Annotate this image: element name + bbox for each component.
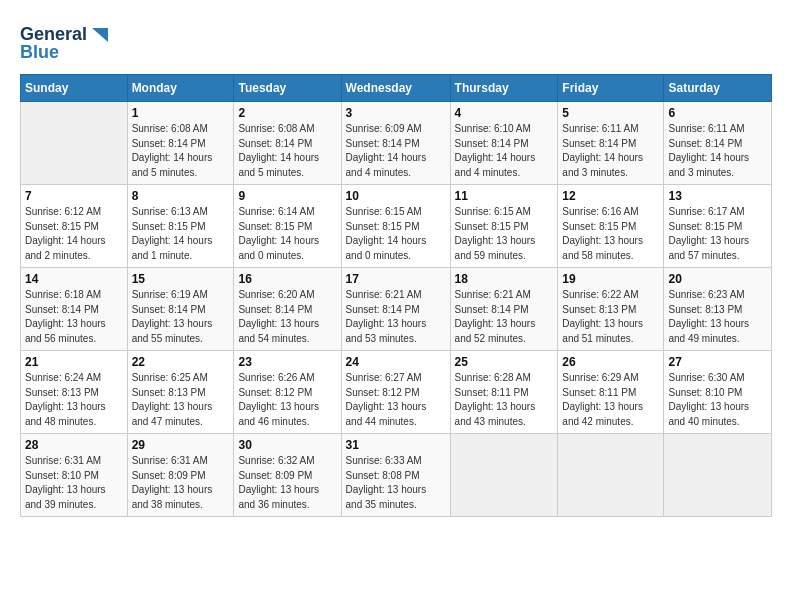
day-info: Sunrise: 6:08 AMSunset: 8:14 PMDaylight:… (132, 122, 230, 180)
svg-text:General: General (20, 24, 87, 44)
day-info: Sunrise: 6:15 AMSunset: 8:15 PMDaylight:… (346, 205, 446, 263)
day-number: 30 (238, 438, 336, 452)
day-cell: 12Sunrise: 6:16 AMSunset: 8:15 PMDayligh… (558, 185, 664, 268)
column-header-thursday: Thursday (450, 75, 558, 102)
svg-text:Blue: Blue (20, 42, 59, 62)
day-number: 23 (238, 355, 336, 369)
day-number: 24 (346, 355, 446, 369)
day-number: 9 (238, 189, 336, 203)
day-info: Sunrise: 6:12 AMSunset: 8:15 PMDaylight:… (25, 205, 123, 263)
day-info: Sunrise: 6:20 AMSunset: 8:14 PMDaylight:… (238, 288, 336, 346)
day-info: Sunrise: 6:10 AMSunset: 8:14 PMDaylight:… (455, 122, 554, 180)
day-number: 19 (562, 272, 659, 286)
day-info: Sunrise: 6:21 AMSunset: 8:14 PMDaylight:… (346, 288, 446, 346)
day-cell: 22Sunrise: 6:25 AMSunset: 8:13 PMDayligh… (127, 351, 234, 434)
day-info: Sunrise: 6:22 AMSunset: 8:13 PMDaylight:… (562, 288, 659, 346)
day-cell: 9Sunrise: 6:14 AMSunset: 8:15 PMDaylight… (234, 185, 341, 268)
column-header-wednesday: Wednesday (341, 75, 450, 102)
day-info: Sunrise: 6:23 AMSunset: 8:13 PMDaylight:… (668, 288, 767, 346)
day-info: Sunrise: 6:33 AMSunset: 8:08 PMDaylight:… (346, 454, 446, 512)
day-number: 11 (455, 189, 554, 203)
page-header: General Blue (20, 20, 772, 64)
day-cell (450, 434, 558, 517)
day-info: Sunrise: 6:08 AMSunset: 8:14 PMDaylight:… (238, 122, 336, 180)
day-cell: 27Sunrise: 6:30 AMSunset: 8:10 PMDayligh… (664, 351, 772, 434)
column-header-monday: Monday (127, 75, 234, 102)
day-cell: 5Sunrise: 6:11 AMSunset: 8:14 PMDaylight… (558, 102, 664, 185)
day-number: 14 (25, 272, 123, 286)
day-cell: 16Sunrise: 6:20 AMSunset: 8:14 PMDayligh… (234, 268, 341, 351)
day-cell (21, 102, 128, 185)
day-cell: 3Sunrise: 6:09 AMSunset: 8:14 PMDaylight… (341, 102, 450, 185)
logo-svg: General Blue (20, 20, 110, 64)
day-info: Sunrise: 6:15 AMSunset: 8:15 PMDaylight:… (455, 205, 554, 263)
day-cell: 24Sunrise: 6:27 AMSunset: 8:12 PMDayligh… (341, 351, 450, 434)
day-cell: 29Sunrise: 6:31 AMSunset: 8:09 PMDayligh… (127, 434, 234, 517)
day-info: Sunrise: 6:17 AMSunset: 8:15 PMDaylight:… (668, 205, 767, 263)
day-cell (558, 434, 664, 517)
day-cell: 23Sunrise: 6:26 AMSunset: 8:12 PMDayligh… (234, 351, 341, 434)
day-number: 8 (132, 189, 230, 203)
day-cell (664, 434, 772, 517)
week-row-3: 14Sunrise: 6:18 AMSunset: 8:14 PMDayligh… (21, 268, 772, 351)
day-number: 22 (132, 355, 230, 369)
day-cell: 28Sunrise: 6:31 AMSunset: 8:10 PMDayligh… (21, 434, 128, 517)
day-info: Sunrise: 6:09 AMSunset: 8:14 PMDaylight:… (346, 122, 446, 180)
day-number: 31 (346, 438, 446, 452)
day-info: Sunrise: 6:13 AMSunset: 8:15 PMDaylight:… (132, 205, 230, 263)
day-number: 1 (132, 106, 230, 120)
day-info: Sunrise: 6:11 AMSunset: 8:14 PMDaylight:… (668, 122, 767, 180)
logo: General Blue (20, 20, 110, 64)
day-number: 15 (132, 272, 230, 286)
day-number: 25 (455, 355, 554, 369)
day-cell: 14Sunrise: 6:18 AMSunset: 8:14 PMDayligh… (21, 268, 128, 351)
calendar-header-row: SundayMondayTuesdayWednesdayThursdayFrid… (21, 75, 772, 102)
day-info: Sunrise: 6:26 AMSunset: 8:12 PMDaylight:… (238, 371, 336, 429)
day-cell: 13Sunrise: 6:17 AMSunset: 8:15 PMDayligh… (664, 185, 772, 268)
day-info: Sunrise: 6:21 AMSunset: 8:14 PMDaylight:… (455, 288, 554, 346)
day-cell: 1Sunrise: 6:08 AMSunset: 8:14 PMDaylight… (127, 102, 234, 185)
calendar-table: SundayMondayTuesdayWednesdayThursdayFrid… (20, 74, 772, 517)
day-number: 6 (668, 106, 767, 120)
day-info: Sunrise: 6:28 AMSunset: 8:11 PMDaylight:… (455, 371, 554, 429)
day-number: 28 (25, 438, 123, 452)
day-cell: 4Sunrise: 6:10 AMSunset: 8:14 PMDaylight… (450, 102, 558, 185)
day-info: Sunrise: 6:18 AMSunset: 8:14 PMDaylight:… (25, 288, 123, 346)
day-info: Sunrise: 6:31 AMSunset: 8:10 PMDaylight:… (25, 454, 123, 512)
day-cell: 7Sunrise: 6:12 AMSunset: 8:15 PMDaylight… (21, 185, 128, 268)
day-info: Sunrise: 6:19 AMSunset: 8:14 PMDaylight:… (132, 288, 230, 346)
day-number: 21 (25, 355, 123, 369)
day-cell: 8Sunrise: 6:13 AMSunset: 8:15 PMDaylight… (127, 185, 234, 268)
svg-marker-2 (92, 28, 108, 42)
day-cell: 15Sunrise: 6:19 AMSunset: 8:14 PMDayligh… (127, 268, 234, 351)
day-cell: 30Sunrise: 6:32 AMSunset: 8:09 PMDayligh… (234, 434, 341, 517)
week-row-5: 28Sunrise: 6:31 AMSunset: 8:10 PMDayligh… (21, 434, 772, 517)
day-cell: 10Sunrise: 6:15 AMSunset: 8:15 PMDayligh… (341, 185, 450, 268)
day-info: Sunrise: 6:27 AMSunset: 8:12 PMDaylight:… (346, 371, 446, 429)
day-number: 5 (562, 106, 659, 120)
day-number: 18 (455, 272, 554, 286)
day-number: 3 (346, 106, 446, 120)
column-header-sunday: Sunday (21, 75, 128, 102)
week-row-1: 1Sunrise: 6:08 AMSunset: 8:14 PMDaylight… (21, 102, 772, 185)
day-number: 12 (562, 189, 659, 203)
day-info: Sunrise: 6:30 AMSunset: 8:10 PMDaylight:… (668, 371, 767, 429)
day-cell: 11Sunrise: 6:15 AMSunset: 8:15 PMDayligh… (450, 185, 558, 268)
day-cell: 6Sunrise: 6:11 AMSunset: 8:14 PMDaylight… (664, 102, 772, 185)
day-cell: 2Sunrise: 6:08 AMSunset: 8:14 PMDaylight… (234, 102, 341, 185)
day-cell: 17Sunrise: 6:21 AMSunset: 8:14 PMDayligh… (341, 268, 450, 351)
week-row-2: 7Sunrise: 6:12 AMSunset: 8:15 PMDaylight… (21, 185, 772, 268)
day-info: Sunrise: 6:25 AMSunset: 8:13 PMDaylight:… (132, 371, 230, 429)
day-number: 20 (668, 272, 767, 286)
day-number: 7 (25, 189, 123, 203)
day-info: Sunrise: 6:11 AMSunset: 8:14 PMDaylight:… (562, 122, 659, 180)
day-number: 16 (238, 272, 336, 286)
column-header-saturday: Saturday (664, 75, 772, 102)
day-cell: 31Sunrise: 6:33 AMSunset: 8:08 PMDayligh… (341, 434, 450, 517)
day-cell: 18Sunrise: 6:21 AMSunset: 8:14 PMDayligh… (450, 268, 558, 351)
column-header-tuesday: Tuesday (234, 75, 341, 102)
day-number: 13 (668, 189, 767, 203)
day-number: 10 (346, 189, 446, 203)
day-number: 29 (132, 438, 230, 452)
day-number: 27 (668, 355, 767, 369)
